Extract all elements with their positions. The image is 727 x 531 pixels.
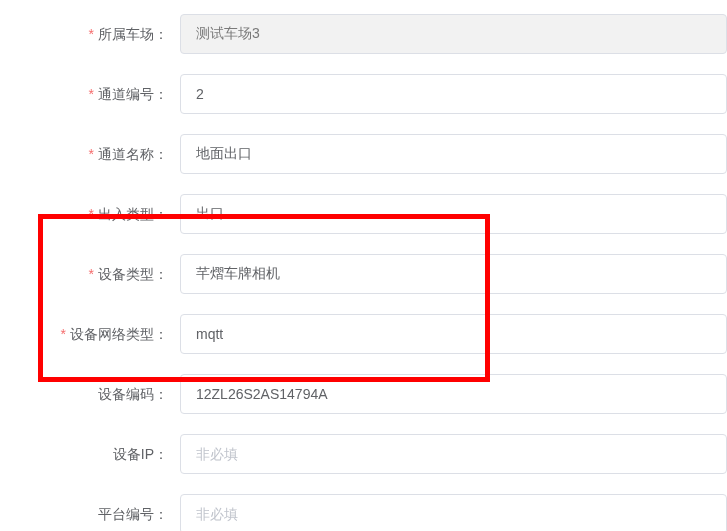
label-device-code: 设备编码：	[0, 374, 180, 414]
channel-no-input[interactable]	[180, 74, 727, 114]
row-channel-no: *通道编号：	[0, 74, 727, 114]
input-cell	[180, 434, 727, 474]
input-cell	[180, 314, 727, 354]
device-net-type-select[interactable]	[180, 314, 727, 354]
row-channel-name: *通道名称：	[0, 134, 727, 174]
input-cell	[180, 14, 727, 54]
input-cell	[180, 194, 727, 234]
input-cell	[180, 494, 727, 531]
label-text: 设备网络类型	[70, 326, 154, 342]
separator: ：	[154, 206, 168, 222]
row-io-type: *出入类型：	[0, 194, 727, 234]
separator: ：	[154, 326, 168, 342]
separator: ：	[154, 26, 168, 42]
label-text: 设备IP	[113, 446, 154, 462]
separator: ：	[154, 386, 168, 402]
row-device-type: *设备类型：	[0, 254, 727, 294]
io-type-select[interactable]	[180, 194, 727, 234]
label-text: 出入类型	[98, 206, 154, 222]
device-ip-input[interactable]	[180, 434, 727, 474]
label-device-type: *设备类型：	[0, 254, 180, 294]
label-platform-no: 平台编号：	[0, 494, 180, 531]
channel-name-input[interactable]	[180, 134, 727, 174]
label-text: 通道名称	[98, 146, 154, 162]
label-text: 设备类型	[98, 266, 154, 282]
device-type-select[interactable]	[180, 254, 727, 294]
form-container: *所属车场： *通道编号： *通道名称： *出入类型： *设备类型：	[0, 0, 727, 531]
row-parking-lot: *所属车场：	[0, 14, 727, 54]
device-code-input[interactable]	[180, 374, 727, 414]
input-cell	[180, 254, 727, 294]
required-mark: *	[89, 206, 94, 222]
label-text: 设备编码	[98, 386, 154, 402]
row-platform-no: 平台编号：	[0, 494, 727, 531]
label-channel-name: *通道名称：	[0, 134, 180, 174]
required-mark: *	[89, 146, 94, 162]
input-cell	[180, 134, 727, 174]
label-text: 所属车场	[98, 26, 154, 42]
row-device-net-type: *设备网络类型：	[0, 314, 727, 354]
label-text: 平台编号	[98, 506, 154, 522]
label-device-ip: 设备IP：	[0, 434, 180, 474]
parking-lot-input	[180, 14, 727, 54]
separator: ：	[154, 146, 168, 162]
input-cell	[180, 74, 727, 114]
separator: ：	[154, 506, 168, 522]
label-channel-no: *通道编号：	[0, 74, 180, 114]
platform-no-input[interactable]	[180, 494, 727, 531]
separator: ：	[154, 446, 168, 462]
required-mark: *	[89, 266, 94, 282]
required-mark: *	[61, 326, 66, 342]
separator: ：	[154, 266, 168, 282]
label-io-type: *出入类型：	[0, 194, 180, 234]
required-mark: *	[89, 26, 94, 42]
label-text: 通道编号	[98, 86, 154, 102]
separator: ：	[154, 86, 168, 102]
label-device-net-type: *设备网络类型：	[0, 314, 180, 354]
row-device-ip: 设备IP：	[0, 434, 727, 474]
label-parking-lot: *所属车场：	[0, 14, 180, 54]
required-mark: *	[89, 86, 94, 102]
row-device-code: 设备编码：	[0, 374, 727, 414]
input-cell	[180, 374, 727, 414]
